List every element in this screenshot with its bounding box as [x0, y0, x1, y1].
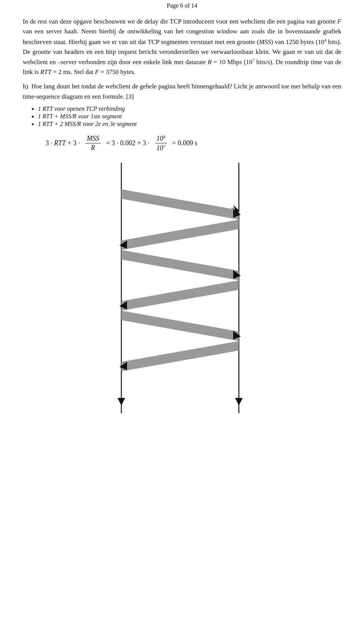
svg-marker-17 — [235, 398, 243, 406]
formula-fraction-1: MSS R — [85, 135, 101, 152]
formula-fraction-2: 104 107 — [155, 134, 167, 152]
formula-block: 3 · RTT + 3 · MSS R = 3 · 0.002 + 3 · 10… — [46, 134, 341, 152]
formula-equals: = 3 · 0.002 + 3 · — [106, 139, 150, 147]
frac2-numerator: 104 — [155, 134, 167, 143]
svg-marker-6 — [121, 220, 239, 250]
svg-marker-12 — [121, 311, 239, 341]
bullet-item-1: 1 RTT voor openen TCP verbinding — [38, 105, 341, 112]
question-h: h) Hoe lang duurt het totdat de webclien… — [23, 82, 341, 102]
bullet-item-3: 1 RTT + 2 MSS/R voor 2e en 3e segment — [38, 121, 341, 127]
svg-marker-16 — [118, 398, 125, 406]
bullet-item-2: 1 RTT + MSS/R voor 1ste segment — [38, 113, 341, 120]
frac1-denominator: R — [89, 143, 97, 152]
page-number: Page 6 of 14 — [167, 2, 197, 9]
svg-marker-14 — [121, 341, 239, 371]
time-sequence-diagram — [87, 159, 277, 417]
bullet-list: 1 RTT voor openen TCP verbinding 1 RTT +… — [38, 105, 341, 127]
svg-marker-8 — [121, 250, 239, 280]
formula-lhs: 3 · RTT + 3 · — [46, 139, 80, 147]
frac2-denominator: 107 — [155, 143, 167, 152]
svg-marker-10 — [121, 280, 239, 311]
frac1-numerator: MSS — [85, 135, 101, 143]
svg-marker-2 — [121, 189, 239, 220]
formula-result: = 0.009 s — [172, 139, 198, 147]
intro-paragraph: In de rest van deze opgave beschouwen we… — [23, 17, 341, 77]
